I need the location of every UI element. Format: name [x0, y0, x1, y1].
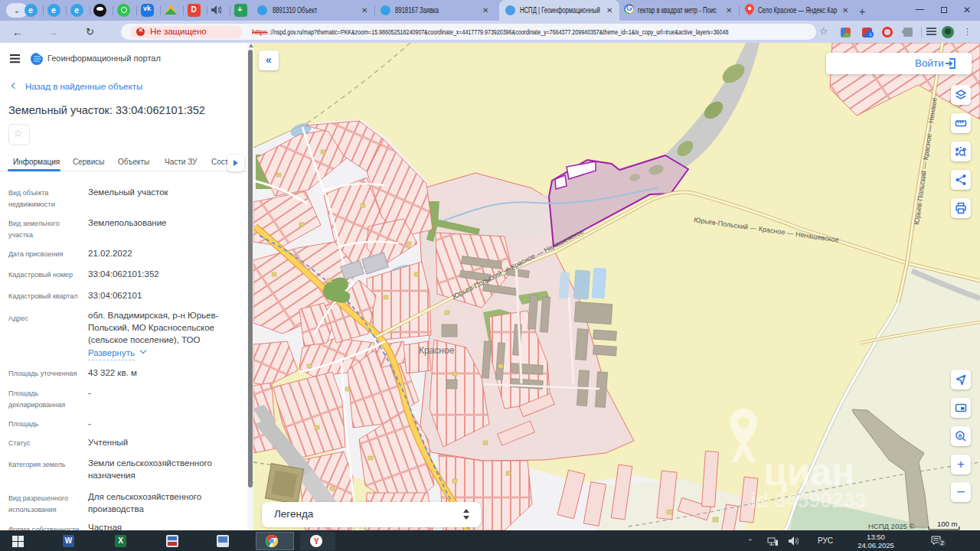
svg-text:циан: циан	[763, 451, 854, 494]
svg-text:Красное: Красное	[419, 345, 455, 356]
svg-text:100 m: 100 m	[937, 520, 957, 528]
svg-text:id 34590233: id 34590233	[750, 489, 867, 512]
svg-text:НСПД 2025 ©: НСПД 2025 ©	[868, 522, 914, 530]
